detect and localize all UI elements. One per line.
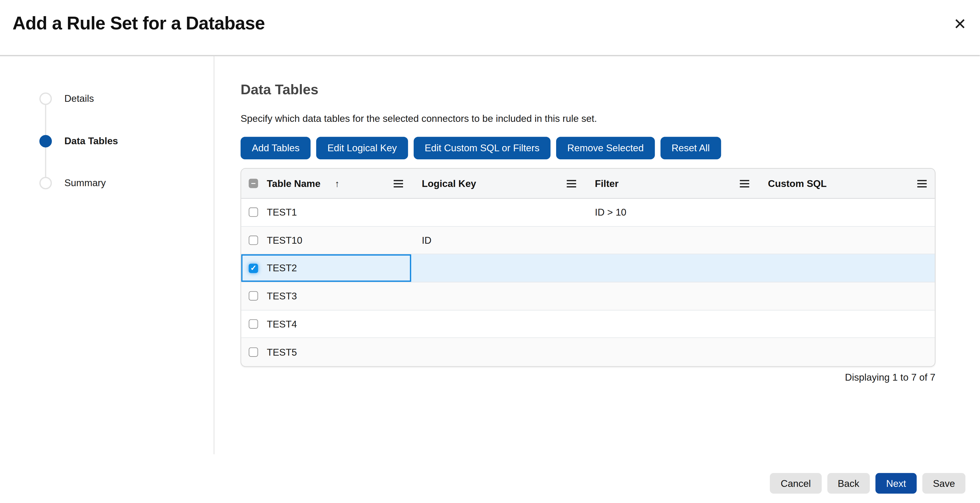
column-menu-icon[interactable] xyxy=(740,180,749,187)
row-checkbox[interactable]: ✓ xyxy=(249,263,258,273)
step-label: Details xyxy=(64,93,94,104)
cell-filter xyxy=(584,226,757,254)
row-checkbox[interactable] xyxy=(249,347,258,357)
cell-logical-key xyxy=(411,310,584,337)
table-name-text: TEST1 xyxy=(267,207,297,218)
back-button[interactable]: Back xyxy=(827,473,870,493)
table-name-text: TEST5 xyxy=(267,347,297,358)
save-button[interactable]: Save xyxy=(922,473,966,493)
next-button[interactable]: Next xyxy=(876,473,917,493)
cell-logical-key xyxy=(411,255,584,282)
step-indicator-dot xyxy=(39,177,52,189)
close-icon[interactable]: ✕ xyxy=(951,14,969,33)
cell-table-name: TEST1 xyxy=(241,199,411,226)
column-header-logical-key: Logical Key xyxy=(411,169,584,198)
cell-table-name: TEST10 xyxy=(241,226,411,254)
table-body: TEST1ID > 10TEST10ID✓TEST2TEST3TEST4TEST… xyxy=(241,199,935,366)
sort-ascending-icon: ↑ xyxy=(335,178,339,189)
cell-logical-key xyxy=(411,338,584,366)
cell-table-name: TEST5 xyxy=(241,338,411,366)
table-row[interactable]: TEST1ID > 10 xyxy=(241,199,935,226)
column-label-custom-sql[interactable]: Custom SQL xyxy=(768,178,827,189)
column-menu-icon[interactable] xyxy=(567,180,576,187)
table-row[interactable]: ✓TEST2 xyxy=(241,255,935,282)
column-menu-icon[interactable] xyxy=(917,180,927,187)
cell-filter xyxy=(584,255,757,282)
cell-logical-key: ID xyxy=(411,226,584,254)
column-header-filter: Filter xyxy=(584,169,757,198)
cell-logical-key xyxy=(411,282,584,310)
table-row[interactable]: TEST10ID xyxy=(241,226,935,255)
page-description: Specify which data tables for the select… xyxy=(240,113,935,124)
modal-footer: CancelBackNextSave xyxy=(770,473,966,493)
table-row[interactable]: TEST3 xyxy=(241,282,935,310)
wizard-stepper: DetailsData TablesSummary xyxy=(0,56,214,454)
cell-custom-sql xyxy=(757,199,935,226)
stepper-item-summary[interactable]: Summary xyxy=(39,177,106,189)
cell-filter xyxy=(584,282,757,310)
column-header-custom-sql: Custom SQL xyxy=(757,169,935,198)
cell-filter xyxy=(584,310,757,337)
cell-filter: ID > 10 xyxy=(584,199,757,226)
column-menu-icon[interactable] xyxy=(394,180,403,187)
column-label-table-name[interactable]: Table Name xyxy=(267,178,320,189)
row-checkbox[interactable] xyxy=(249,320,258,329)
table-row[interactable]: TEST5 xyxy=(241,338,935,366)
remove-selected-button[interactable]: Remove Selected xyxy=(556,137,655,159)
cell-table-name: ✓TEST2 xyxy=(241,255,411,282)
cell-table-name: TEST3 xyxy=(241,282,411,310)
table-name-text: TEST3 xyxy=(267,291,297,302)
add-rule-set-modal: Add a Rule Set for a Database ✕ DetailsD… xyxy=(0,0,980,503)
cell-custom-sql xyxy=(757,226,935,254)
stepper-item-data-tables[interactable]: Data Tables xyxy=(39,135,118,147)
cell-custom-sql xyxy=(757,310,935,337)
modal-title: Add a Rule Set for a Database xyxy=(13,13,265,33)
page-heading: Data Tables xyxy=(240,81,935,98)
edit-custom-sql-or-filters-button[interactable]: Edit Custom SQL or Filters xyxy=(414,137,550,159)
edit-logical-key-button[interactable]: Edit Logical Key xyxy=(316,137,408,159)
table-name-text: TEST10 xyxy=(267,235,302,246)
cell-custom-sql xyxy=(757,255,935,282)
row-checkbox[interactable] xyxy=(249,208,258,217)
cell-filter xyxy=(584,338,757,366)
step-label: Summary xyxy=(64,178,106,189)
table-name-text: TEST4 xyxy=(267,318,297,329)
data-tables-table: −Table Name↑Logical KeyFilterCustom SQL … xyxy=(240,168,935,367)
column-label-filter[interactable]: Filter xyxy=(595,178,619,189)
row-checkbox[interactable] xyxy=(249,291,258,301)
step-indicator-dot xyxy=(39,92,52,105)
stepper-item-details[interactable]: Details xyxy=(39,92,94,105)
main-content: Data Tables Specify which data tables fo… xyxy=(214,56,935,454)
select-all-checkbox[interactable]: − xyxy=(249,178,258,188)
row-checkbox[interactable] xyxy=(249,236,258,245)
column-label-logical-key[interactable]: Logical Key xyxy=(422,178,476,189)
table-header-row: −Table Name↑Logical KeyFilterCustom SQL xyxy=(241,169,935,199)
modal-header: Add a Rule Set for a Database ✕ xyxy=(0,0,980,56)
step-indicator-dot xyxy=(39,135,52,147)
cell-logical-key xyxy=(411,199,584,226)
table-row[interactable]: TEST4 xyxy=(241,310,935,338)
table-actions-toolbar: Add TablesEdit Logical KeyEdit Custom SQ… xyxy=(240,137,935,159)
column-header-table-name: −Table Name↑ xyxy=(241,169,411,198)
add-tables-button[interactable]: Add Tables xyxy=(240,137,311,159)
table-name-text: TEST2 xyxy=(267,263,297,274)
step-label: Data Tables xyxy=(64,136,118,147)
cell-table-name: TEST4 xyxy=(241,310,411,337)
cancel-button[interactable]: Cancel xyxy=(770,473,821,493)
cell-custom-sql xyxy=(757,338,935,366)
reset-all-button[interactable]: Reset All xyxy=(660,137,721,159)
modal-body: DetailsData TablesSummary Data Tables Sp… xyxy=(0,56,980,454)
cell-custom-sql xyxy=(757,282,935,310)
pagination-status: Displaying 1 to 7 of 7 xyxy=(240,372,935,383)
